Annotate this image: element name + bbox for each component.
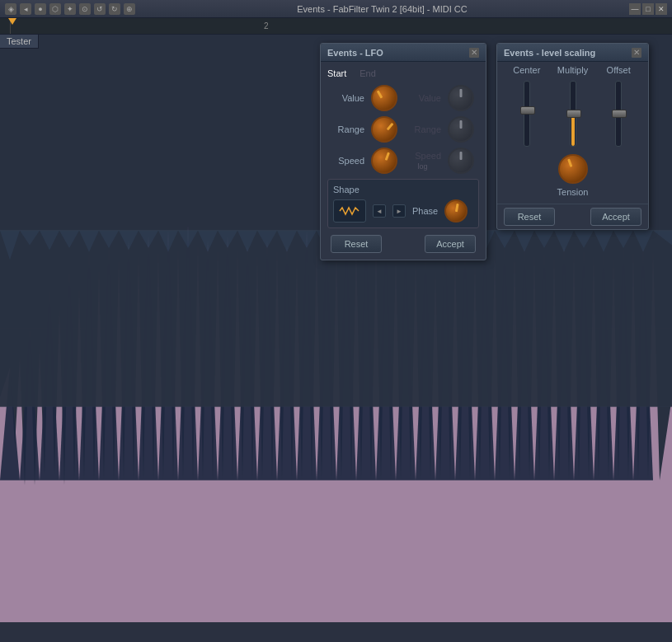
lfo-panel-title: Events - LFO: [327, 48, 383, 58]
value-label-end: Value: [404, 93, 441, 103]
shape-row: ◄ ► Phase: [333, 199, 473, 223]
shape-prev-button[interactable]: ◄: [373, 204, 386, 218]
speed-knob[interactable]: [371, 148, 397, 174]
track-label: Tester: [0, 35, 39, 49]
end-tab[interactable]: End: [359, 68, 376, 78]
tension-knob[interactable]: [558, 154, 588, 184]
offset-slider-container: [595, 80, 641, 148]
level-sliders-row: [497, 77, 648, 151]
speed-knob-end: [448, 148, 474, 174]
toolbar-icon-6[interactable]: ↺: [94, 3, 106, 15]
range-label-end: Range: [404, 124, 441, 134]
level-close-button[interactable]: ✕: [632, 48, 641, 58]
multiply-slider-track[interactable]: [570, 81, 576, 147]
multiply-slider-handle[interactable]: [566, 110, 581, 118]
sine-wave-icon: [338, 204, 361, 218]
multiply-col-header: Multiply: [550, 65, 596, 75]
app-icon: ◈: [5, 3, 16, 15]
phase-knob[interactable]: [444, 199, 468, 223]
lfo-panel-header: Events - LFO ✕: [321, 44, 486, 62]
editor-area: 2 Tester: [0, 18, 672, 622]
maximize-button[interactable]: □: [642, 3, 654, 15]
value-label: Value: [327, 93, 364, 103]
toolbar-icon-3[interactable]: ⬡: [49, 3, 61, 15]
center-slider-track[interactable]: [524, 81, 530, 147]
speed-row: Speed Speed log: [327, 148, 479, 174]
phase-label: Phase: [412, 206, 438, 216]
range-knob-end: [448, 116, 474, 143]
title-bar: ◈ ◂ ● ⬡ ✦ ⊙ ↺ ↻ ⊕ Events - FabFilter Twi…: [0, 0, 672, 18]
center-slider-container: [504, 80, 550, 148]
toolbar-icon-5[interactable]: ⊙: [79, 3, 91, 15]
minimize-button[interactable]: —: [629, 3, 641, 15]
lfo-accept-button[interactable]: Accept: [425, 235, 476, 253]
ruler-marker-2: 2: [264, 18, 269, 34]
value-knob[interactable]: [371, 85, 397, 111]
offset-slider-track[interactable]: [615, 81, 622, 147]
level-scaling-panel: Events - level scaling ✕ Center Multiply…: [496, 43, 649, 230]
title-bar-icons: ◈ ◂ ● ⬡ ✦ ⊙ ↺ ↻ ⊕: [5, 3, 135, 15]
shape-header: Shape: [333, 185, 473, 194]
toolbar-icon-1[interactable]: ◂: [20, 3, 31, 15]
level-reset-button[interactable]: Reset: [504, 208, 555, 226]
speed-log-label: log: [417, 162, 427, 171]
toolbar-icon-4[interactable]: ✦: [64, 3, 76, 15]
level-panel-header: Events - level scaling ✕: [497, 44, 648, 62]
range-label: Range: [327, 124, 364, 134]
close-button[interactable]: ✕: [656, 3, 667, 15]
timeline-ruler: 2: [0, 18, 672, 35]
shape-waveform-button[interactable]: [333, 199, 366, 223]
tension-section: Tension: [497, 151, 648, 204]
level-accept-button[interactable]: Accept: [590, 208, 641, 226]
start-tab[interactable]: Start: [327, 68, 346, 78]
level-column-headers: Center Multiply Offset: [497, 62, 648, 77]
shape-section: Shape ◄ ► Phase: [327, 179, 479, 228]
speed-label-end: Speed: [404, 151, 441, 161]
center-col-header: Center: [504, 65, 550, 75]
range-knob[interactable]: [371, 116, 397, 143]
value-row: Value Value: [327, 85, 479, 111]
shape-next-button[interactable]: ►: [392, 204, 406, 218]
offset-slider-handle[interactable]: [612, 110, 627, 118]
title-text: Events - FabFilter Twin 2 [64bit] - MIDI…: [135, 4, 629, 14]
range-row: Range Range: [327, 116, 479, 143]
toolbar-icon-2[interactable]: ●: [35, 3, 46, 15]
toolbar-icon-8[interactable]: ⊕: [124, 3, 135, 15]
value-knob-end: [448, 85, 474, 111]
speed-label: Speed: [327, 156, 364, 166]
level-panel-title: Events - level scaling: [504, 48, 595, 58]
lfo-panel-body: Start End Value Value Range R: [321, 62, 486, 260]
lfo-close-button[interactable]: ✕: [469, 48, 479, 58]
lfo-buttons-row: Reset Accept: [327, 235, 479, 253]
multiply-slider-container: [550, 80, 596, 148]
toolbar-icon-7[interactable]: ↻: [109, 3, 120, 15]
playhead-marker: [8, 18, 16, 25]
lfo-reset-button[interactable]: Reset: [331, 235, 382, 253]
level-buttons-row: Reset Accept: [497, 204, 648, 229]
tension-label: Tension: [557, 187, 589, 197]
lfo-panel: Events - LFO ✕ Start End Value Value: [320, 43, 486, 260]
center-slider-handle[interactable]: [520, 106, 535, 115]
window-controls: — □ ✕: [629, 3, 667, 15]
offset-col-header: Offset: [595, 65, 641, 75]
start-end-tabs: Start End: [327, 68, 479, 78]
